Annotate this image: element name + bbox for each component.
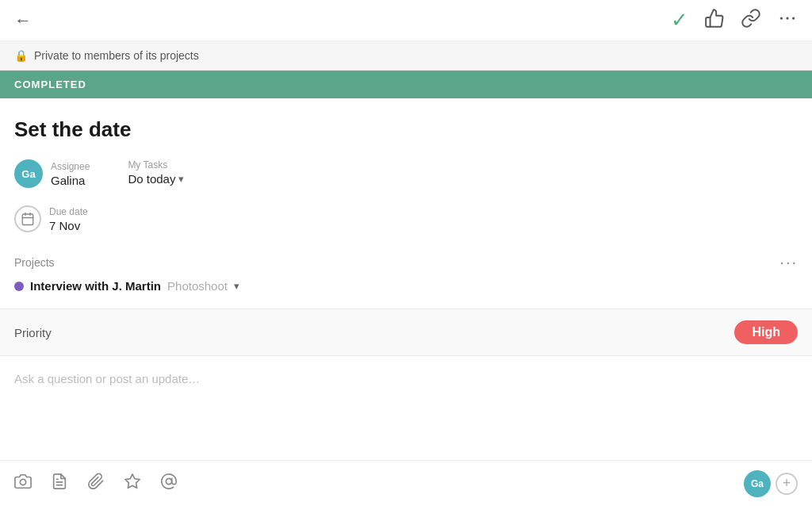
meta-row: Ga Assignee Galina My Tasks Do today ▾: [14, 159, 798, 188]
toolbar-avatar: Ga: [744, 470, 771, 497]
more-options-icon[interactable]: [777, 8, 798, 33]
projects-section-row: Projects ···: [14, 253, 798, 271]
toolbar-icons: [14, 473, 178, 495]
private-banner-text: Private to members of its projects: [34, 49, 199, 62]
back-button[interactable]: ←: [14, 10, 32, 31]
project-name: Interview with J. Martin: [30, 279, 161, 293]
projects-label: Projects: [14, 256, 55, 269]
toolbar-right: Ga +: [744, 470, 798, 497]
document-icon[interactable]: [51, 473, 68, 495]
project-chevron: ▾: [234, 280, 239, 292]
project-color-dot: [14, 282, 24, 291]
private-banner: 🔒 Private to members of its projects: [0, 41, 812, 71]
my-tasks-label: My Tasks: [128, 159, 184, 171]
due-date-label: Due date: [49, 206, 88, 217]
assignee-label: Assignee: [51, 161, 90, 172]
calendar-icon: [14, 205, 41, 232]
my-tasks-chevron: ▾: [178, 173, 184, 185]
assignee-name: Galina: [51, 174, 90, 187]
comment-placeholder[interactable]: Ask a question or post an update…: [14, 372, 200, 385]
svg-marker-10: [125, 473, 140, 487]
camera-icon[interactable]: [14, 473, 32, 495]
priority-label: Priority: [14, 326, 52, 339]
completed-text: COMPLETED: [14, 79, 86, 90]
project-section: Photoshoot: [167, 279, 228, 293]
add-collaborator-button[interactable]: +: [776, 473, 798, 495]
link-icon[interactable]: [741, 8, 761, 33]
my-tasks-block[interactable]: My Tasks Do today ▾: [128, 159, 184, 186]
do-today-value: Do today ▾: [128, 172, 184, 186]
completed-banner: COMPLETED: [0, 71, 812, 98]
priority-badge: High: [734, 320, 798, 344]
svg-point-7: [20, 479, 25, 485]
assignee-block[interactable]: Ga Assignee Galina: [14, 159, 90, 188]
svg-rect-3: [22, 214, 33, 225]
lock-icon: 🔒: [14, 49, 28, 62]
priority-row[interactable]: Priority High: [0, 309, 812, 356]
top-bar-left: ←: [14, 10, 32, 31]
svg-point-2: [792, 17, 795, 19]
thumbs-up-icon[interactable]: [704, 8, 725, 33]
mention-icon[interactable]: [160, 473, 178, 495]
task-title: Set the date: [14, 117, 798, 142]
assignee-info: Assignee Galina: [51, 161, 90, 187]
top-bar-right: ✓: [671, 8, 798, 33]
comment-area: Ask a question or post an update…: [0, 356, 812, 394]
svg-point-0: [780, 17, 783, 19]
due-date-block: Due date 7 Nov: [49, 206, 88, 232]
paperclip-icon[interactable]: [87, 473, 105, 495]
due-date-row[interactable]: Due date 7 Nov: [14, 205, 798, 232]
top-bar: ← ✓: [0, 0, 812, 41]
check-icon[interactable]: ✓: [671, 8, 688, 33]
svg-point-11: [166, 478, 171, 484]
projects-more-icon[interactable]: ···: [779, 253, 798, 271]
due-date-value: 7 Nov: [49, 219, 88, 232]
svg-point-1: [786, 17, 788, 19]
avatar: Ga: [14, 159, 43, 188]
main-content: Set the date Ga Assignee Galina My Tasks…: [0, 98, 812, 394]
star-icon[interactable]: [124, 473, 141, 495]
project-row[interactable]: Interview with J. Martin Photoshoot ▾: [14, 279, 798, 293]
bottom-toolbar: Ga +: [0, 460, 812, 506]
